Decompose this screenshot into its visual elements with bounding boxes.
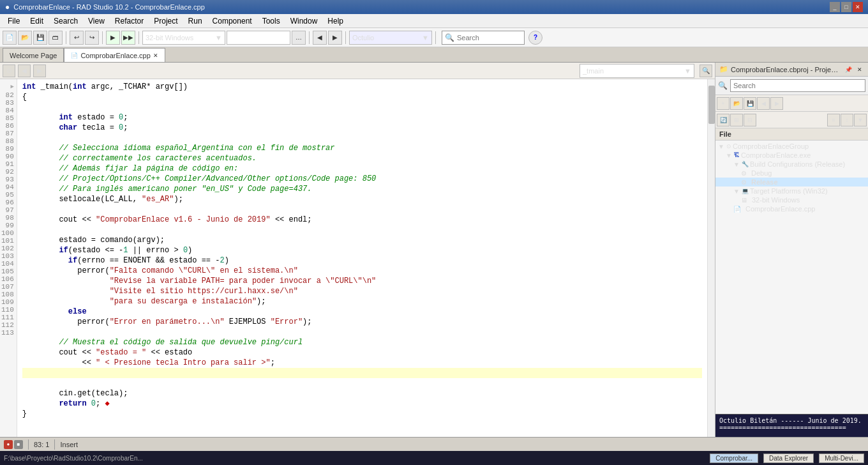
sep6 — [435, 31, 436, 44]
new-button[interactable]: 📄 — [3, 31, 17, 45]
back-button[interactable]: ◀ — [313, 31, 327, 45]
tab-active-label: ComprobarEnlace.cpp — [80, 52, 150, 59]
platform-chevron-icon: ▼ — [215, 34, 222, 42]
rt2-refresh-btn[interactable]: 🔄 — [717, 114, 730, 126]
status-icons: ● ■ — [4, 440, 23, 449]
maximize-button[interactable]: □ — [841, 2, 851, 12]
tab-welcome-label: Welcome Page — [10, 52, 57, 59]
platform-dropdown[interactable]: 32-bit Windows ▼ — [142, 31, 225, 45]
tree-item-platforms[interactable]: ▼ 💻 Target Platforms (Win32) — [715, 187, 868, 195]
right-panel-close-button[interactable]: ✕ — [855, 65, 864, 74]
code-search-btn[interactable]: 🔍 — [700, 65, 712, 77]
file-section-header: File — [715, 128, 868, 141]
code-nav-btn2[interactable]: ◀ — [18, 65, 31, 77]
edit-mode: Insert — [60, 441, 78, 448]
open-button[interactable]: 📂 — [18, 31, 32, 45]
minimize-button[interactable]: _ — [830, 2, 840, 12]
rt-new-btn[interactable]: + — [717, 97, 730, 110]
file-section-label: File — [719, 130, 731, 138]
rt2-expand-btn[interactable]: ⊞ — [730, 114, 743, 126]
rt2-indent-btn[interactable]: ≡ — [827, 114, 840, 126]
code-toolbar: ⊙ ◀ ▶ _tmain ▼ 🔍 — [0, 63, 715, 79]
tab-close-icon[interactable]: ✕ — [153, 52, 158, 59]
menu-run[interactable]: Run — [183, 15, 207, 27]
scrollbar-thumb[interactable] — [708, 86, 715, 124]
menu-window[interactable]: Window — [285, 15, 323, 27]
sep4 — [309, 31, 310, 44]
tree-item-win32[interactable]: 🖥 32-bit Windows — [715, 195, 868, 204]
file-tree: ▼ ⊙ ComprobarEnlaceGroup ▼ 🏗 ComprobarEn… — [715, 141, 868, 414]
target-button[interactable]: … — [292, 31, 306, 45]
redo-button[interactable]: ↪ — [85, 31, 99, 45]
forward-button[interactable]: ▶ — [328, 31, 342, 45]
code-scrollbar[interactable] — [707, 79, 715, 437]
help-button[interactable]: ? — [528, 31, 542, 45]
undo-button[interactable]: ↩ — [70, 31, 84, 45]
rt-open-btn[interactable]: 📂 — [730, 97, 743, 110]
bottom-tab-comprobar[interactable]: Comprobar... — [710, 454, 758, 463]
platform-label: 32-bit Windows — [146, 34, 193, 42]
rt-nav-btn2[interactable]: ▶ — [770, 97, 783, 110]
menu-file[interactable]: File — [3, 15, 25, 27]
bottom-tab-multi-device[interactable]: Multi-Devi... — [819, 454, 864, 463]
bottom-tab-data-explorer[interactable]: Data Explorer — [763, 454, 814, 463]
menu-component[interactable]: Component — [207, 15, 257, 27]
tree-item-exe[interactable]: ▼ 🏗 ComprobarEnlace.exe — [715, 151, 868, 160]
tree-item-cpp[interactable]: 📄 ComprobarEnlace.cpp — [715, 204, 868, 213]
tree-item-debug[interactable]: ⚙ Debug — [715, 169, 868, 178]
title-bar: ● ComprobarEnlace - RAD Studio 10.2 - Co… — [0, 0, 868, 14]
target-input[interactable] — [227, 31, 290, 45]
menu-refactor[interactable]: Refactor — [110, 15, 149, 27]
rt2-filter-btn[interactable]: ▼ — [854, 114, 867, 126]
warning-indicator-icon[interactable]: ■ — [14, 440, 23, 449]
right-panel-title: ComprobarEnlace.cbproj - Project M... — [731, 66, 841, 73]
code-content[interactable]: int _tmain(int argc, _TCHAR* argv[]) { i… — [17, 79, 707, 437]
tree-exe-chevron: ▼ — [726, 152, 732, 159]
tree-item-group[interactable]: ▼ ⊙ ComprobarEnlaceGroup — [715, 142, 868, 151]
tab-active-file[interactable]: 📄 ComprobarEnlace.cpp ✕ — [64, 48, 165, 62]
title-bar-text: ComprobarEnlace - RAD Studio 10.2 - Comp… — [13, 3, 830, 11]
status-sep2 — [54, 439, 55, 450]
tree-debug-label: Debug — [751, 169, 772, 177]
menu-edit[interactable]: Edit — [25, 15, 49, 27]
right-search-bar: 🔍 — [715, 77, 868, 95]
tree-item-build-configs[interactable]: ▼ 🔧 Build Configurations (Release) — [715, 160, 868, 169]
run-button[interactable]: ▶▶ — [121, 31, 135, 45]
menu-help[interactable]: Help — [322, 15, 348, 27]
sep3 — [138, 31, 139, 44]
tree-debug-icon: ⚙ — [741, 170, 747, 177]
save-all-button[interactable]: 🗃 — [49, 31, 63, 45]
right-panel-pin-button[interactable]: 📌 — [844, 65, 853, 74]
search-input[interactable] — [457, 34, 514, 42]
toolbar-search-box[interactable]: 🔍 — [442, 31, 525, 45]
close-button[interactable]: ✕ — [853, 2, 863, 12]
menu-tools[interactable]: Tools — [257, 15, 285, 27]
right-search-input[interactable] — [730, 79, 865, 92]
code-nav-btn[interactable]: ⊙ — [3, 65, 15, 77]
menu-project[interactable]: Project — [149, 15, 183, 27]
menu-search[interactable]: Search — [49, 15, 83, 27]
toolbar: 📄 📂 💾 🗃 ↩ ↪ ▶ ▶▶ 32-bit Windows ▼ … ◀ ▶ … — [0, 28, 868, 47]
rt2-sort-btn[interactable]: ↕ — [841, 114, 853, 126]
function-dropdown[interactable]: _tmain ▼ — [580, 64, 694, 78]
rt-nav-btn[interactable]: ◀ — [757, 97, 770, 110]
code-nav-btn3[interactable]: ▶ — [33, 65, 46, 77]
config-dropdown[interactable]: Octulio ▼ — [349, 31, 432, 45]
tree-cpp-icon: 📄 — [733, 206, 741, 213]
tree-group-icon: ▼ — [718, 143, 724, 150]
menu-view[interactable]: View — [83, 15, 110, 27]
tree-cpp-label: ComprobarEnlace.cpp — [745, 205, 815, 213]
rt-save-btn[interactable]: 💾 — [744, 97, 756, 110]
right-panel-icon: 📁 — [719, 65, 728, 73]
config-label: Octulio — [352, 34, 374, 42]
build-button[interactable]: ▶ — [106, 31, 120, 45]
tab-welcome[interactable]: Welcome Page — [3, 48, 64, 62]
save-button[interactable]: 💾 — [33, 31, 47, 45]
tree-build-chevron: ▼ — [733, 161, 740, 168]
tree-item-release[interactable]: ⚙ Release — [715, 178, 868, 187]
sep2 — [102, 31, 103, 44]
cursor-position: 83: 1 — [34, 441, 49, 448]
right-panel-message: Octulio Biletán ------ Junio de 2019. ==… — [715, 414, 868, 437]
error-indicator-icon[interactable]: ● — [4, 440, 13, 449]
rt2-collapse-btn[interactable]: ⊟ — [744, 114, 756, 126]
